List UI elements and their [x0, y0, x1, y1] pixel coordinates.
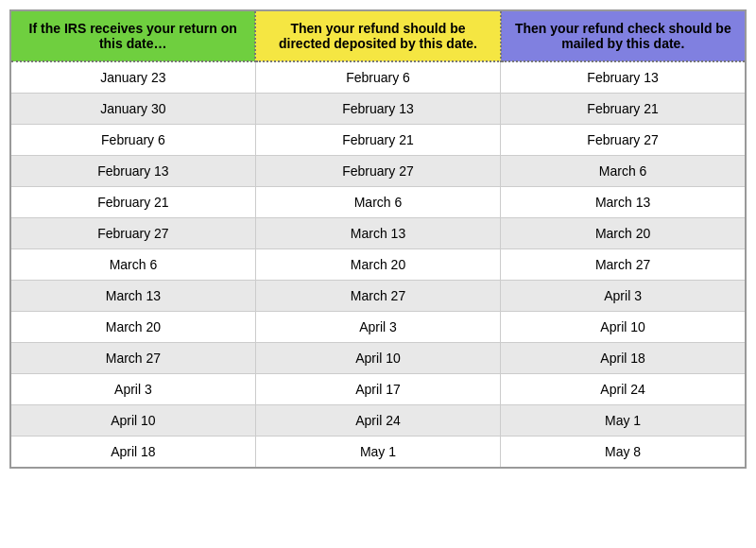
- cell-col2: February 6: [255, 61, 500, 94]
- cell-col2: April 3: [255, 312, 500, 343]
- cell-col1: March 13: [10, 281, 255, 312]
- cell-col3: March 27: [501, 249, 746, 281]
- cell-col2: March 13: [255, 218, 500, 249]
- main-table-wrapper: If the IRS receives your return on this …: [9, 9, 747, 469]
- cell-col1: April 10: [10, 405, 255, 437]
- table-row: April 10April 24May 1: [10, 405, 746, 437]
- table-row: March 6March 20March 27: [10, 249, 746, 281]
- cell-col3: March 13: [501, 187, 746, 218]
- cell-col2: March 27: [255, 281, 500, 312]
- cell-col2: February 21: [255, 125, 500, 156]
- cell-col2: April 10: [255, 343, 500, 374]
- header-col3: Then your refund check should be mailed …: [501, 10, 746, 61]
- cell-col3: May 8: [501, 437, 746, 469]
- cell-col1: February 27: [10, 218, 255, 249]
- header-col1: If the IRS receives your return on this …: [10, 10, 255, 61]
- cell-col1: February 6: [10, 125, 255, 156]
- cell-col1: March 20: [10, 312, 255, 343]
- cell-col3: February 21: [501, 94, 746, 125]
- cell-col1: January 30: [10, 94, 255, 125]
- table-row: April 3April 17April 24: [10, 374, 746, 405]
- table-row: February 27March 13March 20: [10, 218, 746, 249]
- table-row: March 13March 27April 3: [10, 281, 746, 312]
- cell-col3: March 6: [501, 156, 746, 187]
- table-row: March 20April 3April 10: [10, 312, 746, 343]
- cell-col2: May 1: [255, 437, 500, 469]
- cell-col3: March 20: [501, 218, 746, 249]
- cell-col1: March 27: [10, 343, 255, 374]
- cell-col3: April 10: [501, 312, 746, 343]
- cell-col3: May 1: [501, 405, 746, 437]
- cell-col1: March 6: [10, 249, 255, 281]
- table-row: February 13February 27March 6: [10, 156, 746, 187]
- cell-col2: March 20: [255, 249, 500, 281]
- irs-refund-table: If the IRS receives your return on this …: [9, 9, 747, 469]
- cell-col2: March 6: [255, 187, 500, 218]
- cell-col1: January 23: [10, 61, 255, 94]
- cell-col2: April 17: [255, 374, 500, 405]
- cell-col1: February 13: [10, 156, 255, 187]
- table-row: January 23February 6February 13: [10, 61, 746, 94]
- cell-col1: April 18: [10, 437, 255, 469]
- cell-col2: April 24: [255, 405, 500, 437]
- cell-col3: April 18: [501, 343, 746, 374]
- table-row: April 18May 1May 8: [10, 437, 746, 469]
- cell-col3: February 13: [501, 61, 746, 94]
- cell-col1: February 21: [10, 187, 255, 218]
- table-row: January 30February 13February 21: [10, 94, 746, 125]
- cell-col3: February 27: [501, 125, 746, 156]
- table-row: February 21March 6March 13: [10, 187, 746, 218]
- cell-col2: February 27: [255, 156, 500, 187]
- cell-col1: April 3: [10, 374, 255, 405]
- header-col2: Then your refund should be directed depo…: [255, 10, 500, 61]
- cell-col2: February 13: [255, 94, 500, 125]
- table-row: February 6February 21February 27: [10, 125, 746, 156]
- table-row: March 27April 10April 18: [10, 343, 746, 374]
- cell-col3: April 3: [501, 281, 746, 312]
- cell-col3: April 24: [501, 374, 746, 405]
